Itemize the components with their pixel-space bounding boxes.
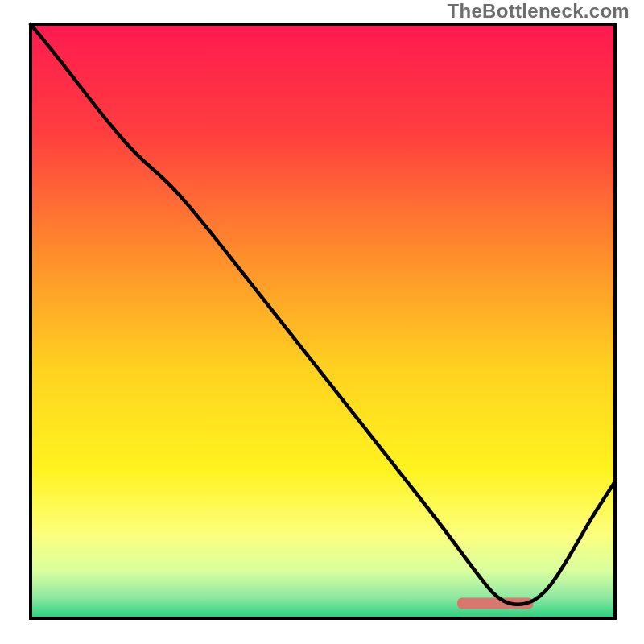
watermark-text: TheBottleneck.com <box>448 0 630 23</box>
chart-svg <box>0 0 644 644</box>
chart-stage: TheBottleneck.com <box>0 0 644 644</box>
plot-background <box>31 24 615 618</box>
